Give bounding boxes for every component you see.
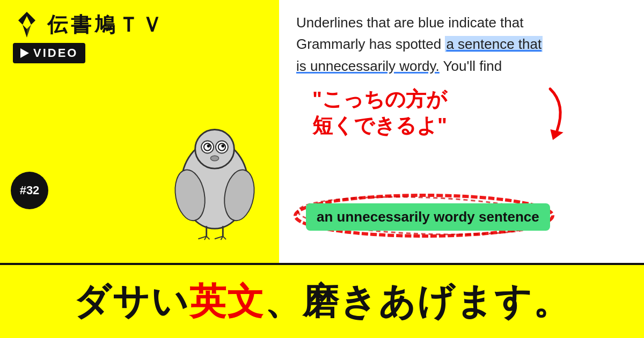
grammarly-line3: is unnecessarily wordy. <box>296 58 440 74</box>
svg-line-25 <box>223 236 226 239</box>
wordy-suggestion-box: an unnecessarily wordy sentence <box>306 203 550 231</box>
svg-point-14 <box>221 144 224 148</box>
play-icon <box>20 48 29 58</box>
video-label: VIDEO <box>33 46 78 60</box>
bottom-text-red: 英文 <box>189 281 265 321</box>
grammarly-line2-before: Grammarly has spotted <box>296 36 445 52</box>
logo-icon <box>13 11 41 39</box>
svg-point-15 <box>210 156 218 161</box>
bottom-text-black2: 、磨きあげます。 <box>265 281 570 321</box>
japanese-note-line2: 短くできるよ" <box>312 113 629 139</box>
bottom-title: ダサい英文、磨きあげます。 <box>74 277 570 326</box>
svg-line-21 <box>207 236 210 239</box>
video-badge: VIDEO <box>13 43 85 63</box>
bird-illustration <box>166 123 263 241</box>
grammarly-line1: Underlines that are blue indicate that <box>296 14 524 31</box>
logo-text: 伝書鳩ＴＶ <box>47 11 165 39</box>
episode-number: #32 <box>20 183 40 197</box>
grammarly-description: Underlines that are blue indicate that G… <box>296 12 629 77</box>
episode-badge: #32 <box>11 172 48 209</box>
right-panel: Underlines that are blue indicate that G… <box>279 0 644 263</box>
grammarly-line3-after: You'll find <box>440 58 502 74</box>
svg-point-8 <box>195 129 235 168</box>
left-panel: 伝書鳩ＴＶ VIDEO <box>0 0 279 263</box>
svg-point-11 <box>207 144 210 148</box>
wordy-box-container: an unnecessarily wordy sentence <box>306 203 623 231</box>
japanese-note: "こっちの方が 短くできるよ" <box>312 86 629 139</box>
logo-row: 伝書鳩ＴＶ <box>13 11 266 39</box>
svg-marker-26 <box>546 126 564 143</box>
wordy-suggestion-text: an unnecessarily wordy sentence <box>317 209 539 225</box>
svg-marker-4 <box>23 25 27 38</box>
grammarly-highlighted-text: a sentence that <box>445 36 543 52</box>
bottom-text-black1: ダサい <box>74 281 189 321</box>
bottom-banner: ダサい英文、磨きあげます。 <box>0 263 644 338</box>
svg-marker-5 <box>27 25 31 38</box>
